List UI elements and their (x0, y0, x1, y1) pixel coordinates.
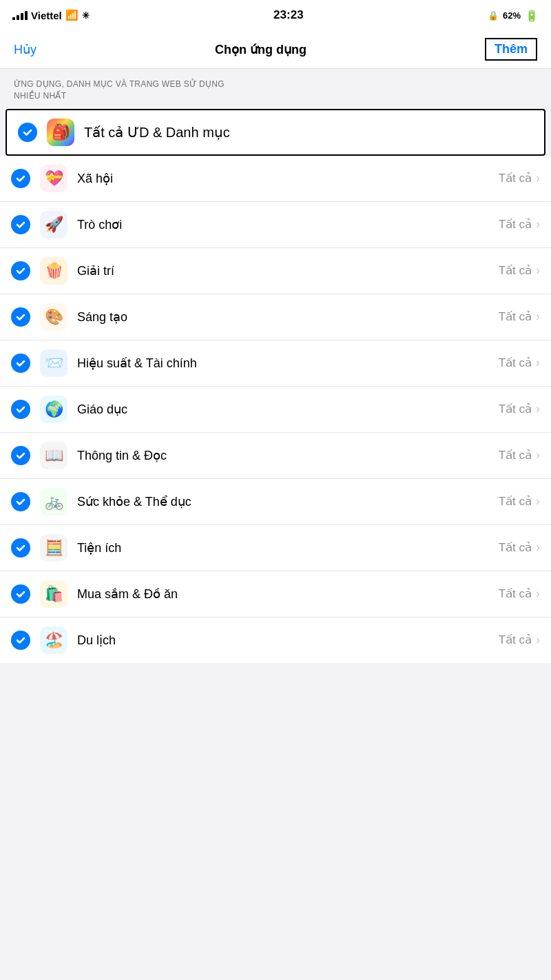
chevron-right-icon: › (536, 171, 540, 185)
list-item[interactable]: 🎨 Sáng tạo Tất cả › (0, 294, 551, 340)
chevron-right-icon: › (536, 540, 540, 555)
chevron-right-icon: › (536, 586, 540, 601)
check-icon (22, 127, 33, 138)
app-icon: 🧮 (40, 534, 67, 562)
all-apps-checkbox[interactable] (18, 123, 37, 142)
chevron-right-icon: › (536, 217, 540, 232)
item-checkbox[interactable] (11, 169, 30, 188)
chevron-right-icon: › (536, 402, 540, 416)
network-icon: ✳ (82, 10, 90, 21)
chevron-right-icon: › (536, 263, 540, 278)
item-right-text: Tất cả (499, 171, 532, 185)
battery-icon: 🔋 (525, 9, 539, 22)
item-right: Tất cả › (499, 309, 540, 324)
list-item[interactable]: 🛍️ Mua sắm & Đồ ăn Tất cả › (0, 571, 551, 617)
list-item[interactable]: 📖 Thông tin & Đọc Tất cả › (0, 433, 551, 479)
app-icon: 🚲 (40, 488, 67, 515)
item-label: Sáng tạo (77, 309, 499, 325)
check-icon (15, 173, 26, 184)
chevron-right-icon: › (536, 494, 540, 509)
item-right: Tất cả › (499, 356, 540, 370)
lock-icon: 🔒 (488, 10, 499, 21)
check-icon (15, 635, 26, 646)
item-checkbox[interactable] (11, 492, 30, 511)
all-apps-icon: 🎒 (47, 119, 74, 146)
app-icon: 📨 (40, 349, 67, 377)
list-item[interactable]: 🌍 Giáo dục Tất cả › (0, 387, 551, 433)
app-icon: 🍿 (40, 257, 67, 285)
section-header: ỨNG DỤNG, DANH MỤC VÀ TRANG WEB SỬ DỤNG … (0, 69, 551, 109)
chevron-right-icon: › (536, 309, 540, 324)
list-item[interactable]: 🚀 Trò chơi Tất cả › (0, 202, 551, 248)
list-item[interactable]: 🏖️ Du lịch Tất cả › (0, 617, 551, 663)
list-item[interactable]: 🍿 Giải trí Tất cả › (0, 248, 551, 294)
add-button[interactable]: Thêm (485, 38, 537, 61)
item-checkbox[interactable] (11, 538, 30, 558)
nav-title: Chọn ứng dụng (215, 42, 306, 57)
app-icon: 🌍 (40, 396, 67, 423)
item-label: Giáo dục (77, 402, 499, 417)
all-apps-label: Tất cả ƯD & Danh mục (84, 124, 533, 141)
status-bar: Viettel 📶 ✳ 23:23 🔒 62% 🔋 (0, 0, 551, 30)
item-right: Tất cả › (499, 402, 540, 416)
item-label: Sức khỏe & Thể dục (77, 494, 499, 509)
item-label: Du lịch (77, 633, 499, 648)
item-right-text: Tất cả (499, 263, 532, 278)
chevron-right-icon: › (536, 356, 540, 370)
app-icon: 📖 (40, 442, 67, 469)
cancel-button[interactable]: Hủy (14, 42, 37, 57)
app-icon: 💝 (40, 165, 67, 192)
item-label: Giải trí (77, 263, 499, 278)
check-icon (15, 542, 26, 553)
category-list: 💝 Xã hội Tất cả › 🚀 Trò chơi Tất cả › 🍿 … (0, 156, 551, 663)
item-right: Tất cả › (499, 586, 540, 601)
list-item[interactable]: 🧮 Tiện ích Tất cả › (0, 525, 551, 571)
item-right: Tất cả › (499, 494, 540, 509)
item-checkbox[interactable] (11, 631, 30, 650)
nav-bar: Hủy Chọn ứng dụng Thêm (0, 30, 551, 69)
status-right: 🔒 62% 🔋 (488, 9, 539, 22)
check-icon (15, 404, 26, 415)
item-right: Tất cả › (499, 633, 540, 647)
list-item[interactable]: 🚲 Sức khỏe & Thể dục Tất cả › (0, 479, 551, 525)
chevron-right-icon: › (536, 633, 540, 647)
item-checkbox[interactable] (11, 584, 30, 604)
item-right-text: Tất cả (499, 402, 532, 416)
check-icon (15, 496, 26, 507)
all-apps-row[interactable]: 🎒 Tất cả ƯD & Danh mục (6, 109, 545, 156)
check-icon (15, 312, 26, 323)
item-label: Thông tin & Đọc (77, 448, 499, 463)
item-checkbox[interactable] (11, 400, 30, 419)
item-checkbox[interactable] (11, 215, 30, 234)
wifi-icon: 📶 (65, 9, 79, 21)
check-icon (15, 450, 26, 461)
status-time: 23:23 (273, 8, 303, 22)
app-icon: 🏖️ (40, 626, 67, 654)
carrier-label: Viettel (31, 10, 62, 21)
item-checkbox[interactable] (11, 261, 30, 280)
status-left: Viettel 📶 ✳ (12, 9, 90, 21)
item-checkbox[interactable] (11, 446, 30, 465)
item-checkbox[interactable] (11, 307, 30, 327)
item-label: Xã hội (77, 171, 499, 186)
signal-icon (12, 11, 28, 20)
app-icon: 🎨 (40, 303, 67, 331)
list-item[interactable]: 📨 Hiệu suất & Tài chính Tất cả › (0, 340, 551, 387)
list-item[interactable]: 💝 Xã hội Tất cả › (0, 156, 551, 202)
item-right: Tất cả › (499, 171, 540, 185)
item-right-text: Tất cả (499, 586, 532, 601)
item-right-text: Tất cả (499, 217, 532, 232)
chevron-right-icon: › (536, 448, 540, 462)
item-right-text: Tất cả (499, 448, 532, 462)
check-icon (15, 265, 26, 276)
item-label: Hiệu suất & Tài chính (77, 356, 499, 371)
item-right: Tất cả › (499, 540, 540, 555)
battery-percent: 62% (503, 10, 521, 21)
app-icon: 🚀 (40, 211, 67, 238)
item-checkbox[interactable] (11, 354, 30, 373)
item-right: Tất cả › (499, 217, 540, 232)
item-right-text: Tất cả (499, 494, 532, 509)
check-icon (15, 219, 26, 230)
item-right-text: Tất cả (499, 633, 532, 647)
item-label: Tiện ích (77, 540, 499, 555)
